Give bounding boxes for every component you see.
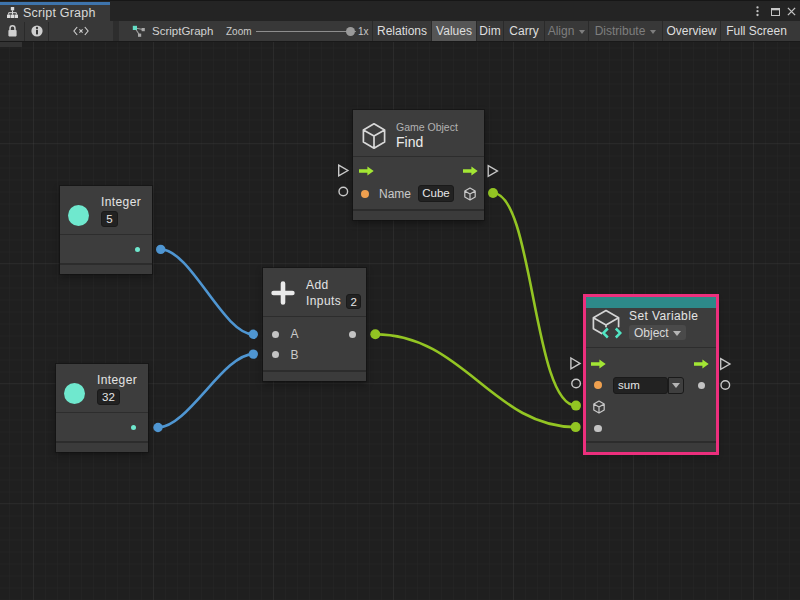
node-title: Find [396, 134, 458, 151]
flow-out-arrow-icon [694, 359, 709, 369]
align-dropdown-arrow [579, 30, 585, 34]
node-surtitle: Game Object [396, 121, 458, 134]
zoom-slider-handle[interactable] [346, 27, 355, 36]
close-button[interactable] [785, 1, 797, 22]
wire-add-to-setvariable-value[interactable] [375, 334, 575, 427]
variable-kind-dropdown[interactable]: Object [629, 325, 686, 340]
node-integer-32[interactable]: Integer 32 [56, 364, 148, 452]
lock-button[interactable] [0, 21, 24, 41]
wire-find-to-setvariable-object[interactable] [493, 193, 576, 406]
inspect-button[interactable] [25, 21, 48, 41]
node-title: Set Variable [629, 309, 698, 323]
node-add[interactable]: Add Inputs 2 A B [263, 268, 366, 381]
node-integer-5[interactable]: Integer 5 [60, 186, 152, 274]
setvariable-output-port[interactable] [698, 382, 705, 389]
integer-value-field[interactable]: 5 [101, 211, 118, 227]
window-controls [749, 1, 800, 22]
script-graph-window: Script Graph [0, 0, 800, 600]
variable-kind-value: Object [634, 326, 669, 340]
game-object-cube-icon [361, 123, 387, 149]
window-menu-button[interactable] [749, 1, 761, 22]
game-object-type-icon [464, 187, 476, 201]
overview-button[interactable]: Overview [662, 21, 720, 41]
variable-name-input-port[interactable] [594, 381, 602, 389]
wire-integer5-to-add-a[interactable] [161, 249, 254, 334]
port-knob-setvariable-object-input[interactable] [571, 401, 581, 411]
node-gameobject-find[interactable]: Game Object Find Name Cube [353, 110, 484, 220]
flow-port-setvariable-enter[interactable] [571, 358, 580, 369]
align-button[interactable]: Align [544, 21, 588, 41]
port-knob-add-input-b[interactable] [249, 349, 258, 358]
port-knob-setvariable-value-input[interactable] [571, 422, 581, 432]
add-input-b-port[interactable] [272, 351, 279, 358]
flow-out-arrow-icon [463, 166, 478, 176]
fullscreen-button[interactable]: Full Screen [720, 21, 792, 41]
kebab-menu-icon [756, 6, 759, 17]
relations-button[interactable]: Relations [372, 21, 431, 41]
title-bar: Script Graph [0, 0, 800, 21]
maximize-button[interactable] [761, 1, 785, 22]
port-knob-integer32-output[interactable] [153, 423, 162, 432]
port-knob-add-input-a[interactable] [249, 330, 258, 339]
kind-dropdown-arrow [673, 331, 681, 336]
carry-button[interactable]: Carry [503, 21, 544, 41]
port-label-a: A [291, 327, 299, 341]
script-graph-icon [132, 25, 146, 37]
flow-in-arrow-icon [359, 166, 374, 176]
integer-type-icon [68, 205, 89, 226]
node-footer [60, 263, 152, 274]
tab-script-graph[interactable]: Script Graph [0, 2, 110, 22]
value-input-port[interactable] [594, 425, 602, 433]
add-input-a-port[interactable] [272, 331, 279, 338]
zoom-value: 1x [358, 26, 369, 37]
variable-name-field[interactable]: sum [613, 377, 668, 394]
distribute-dropdown-arrow [650, 30, 656, 34]
toolbar-buttons: Relations Values Dim Carry Align Distrib… [372, 21, 792, 41]
node-footer [586, 441, 716, 452]
flow-in-arrow-icon [591, 359, 606, 369]
code-view-button[interactable] [49, 21, 113, 41]
lock-icon [7, 25, 18, 37]
distribute-button[interactable]: Distribute [588, 21, 662, 41]
name-value-field[interactable]: Cube [418, 185, 454, 202]
inputs-count-field[interactable]: 2 [346, 294, 361, 309]
set-variable-icon [592, 309, 622, 339]
integer-output-port[interactable] [131, 425, 137, 431]
info-icon [31, 25, 43, 37]
dim-button[interactable]: Dim [476, 21, 503, 41]
code-icon [73, 26, 89, 36]
variable-kind-bar [586, 297, 716, 308]
port-knob-add-output[interactable] [370, 329, 380, 339]
add-output-port[interactable] [349, 331, 356, 338]
values-button[interactable]: Values [431, 21, 476, 41]
graph-canvas[interactable]: Integer 5 Integer 32 [0, 42, 800, 600]
value-port-setvariable-output[interactable] [721, 381, 730, 390]
graph-toolbar: ScriptGraph Zoom 1x Relations Values Dim… [0, 21, 800, 42]
zoom-slider[interactable] [256, 31, 356, 32]
flow-port-setvariable-exit[interactable] [721, 359, 730, 370]
breadcrumb-label: ScriptGraph [152, 25, 213, 37]
value-port-setvariable-name[interactable] [572, 379, 581, 388]
inputs-label: Inputs [306, 294, 341, 308]
variable-name-dropdown[interactable] [668, 377, 684, 394]
name-input-port[interactable] [361, 190, 369, 198]
graph-hierarchy-icon [7, 7, 18, 18]
flow-port-find-exit[interactable] [488, 166, 497, 177]
integer-output-port[interactable] [135, 247, 141, 253]
flow-port-find-enter[interactable] [339, 165, 348, 176]
port-label-b: B [291, 348, 299, 362]
zoom-label: Zoom [226, 26, 252, 37]
name-dropdown-arrow [672, 383, 680, 388]
wire-integer32-to-add-b[interactable] [158, 354, 253, 427]
breadcrumb-root[interactable]: ScriptGraph [132, 21, 232, 41]
maximize-icon [771, 8, 780, 16]
port-label-name: Name [379, 187, 411, 201]
port-knob-find-output[interactable] [488, 188, 498, 198]
integer-value-field[interactable]: 32 [97, 389, 120, 405]
tab-title: Script Graph [23, 6, 96, 20]
value-port-find-name[interactable] [339, 187, 348, 196]
node-title: Integer [97, 373, 137, 387]
node-set-variable[interactable]: Set Variable Object [586, 297, 716, 452]
port-knob-integer5-output[interactable] [156, 245, 165, 254]
node-footer [263, 370, 366, 381]
